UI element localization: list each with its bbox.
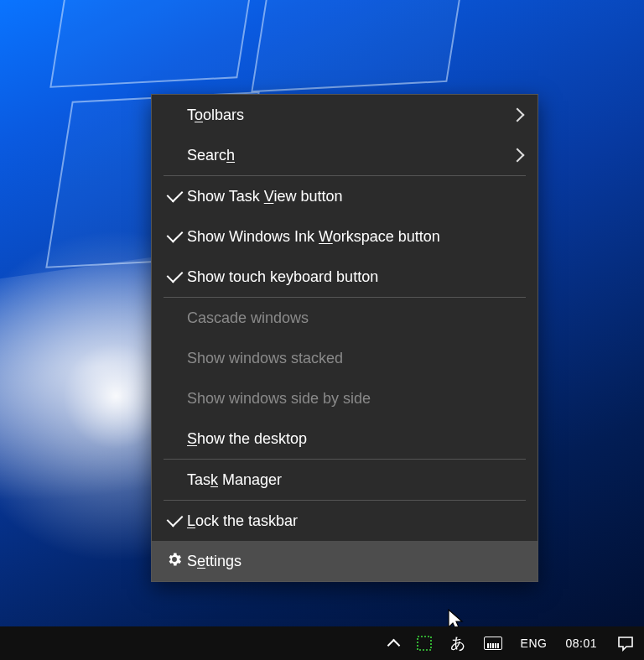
keyboard-icon (484, 637, 502, 650)
menu-item-label: Show windows stacked (187, 350, 522, 367)
menu-item-sidebyside: Show windows side by side (152, 378, 538, 418)
tray-app-icon[interactable] (413, 626, 435, 660)
wallpaper-pane (49, 0, 264, 88)
svg-rect-0 (418, 637, 431, 650)
check-icon (166, 510, 183, 527)
menu-item-label: Show Windows Ink Workspace button (187, 228, 522, 246)
system-tray: あ ENG 08:01 (386, 626, 639, 660)
menu-item-label: Lock the taskbar (187, 512, 522, 530)
menu-item-label: Show the desktop (187, 430, 522, 448)
menu-item-search[interactable]: Search (152, 135, 538, 175)
notification-icon (617, 635, 634, 652)
menu-item-lock[interactable]: Lock the taskbar (152, 501, 538, 541)
menu-item-label: Search (187, 147, 507, 164)
menu-item-settings[interactable]: Settings (152, 541, 538, 581)
check-icon (166, 185, 183, 202)
menu-item-showdesktop[interactable]: Show the desktop (152, 418, 538, 459)
taskbar[interactable]: あ ENG 08:01 (0, 626, 644, 660)
tray-overflow-button[interactable] (386, 626, 402, 660)
check-icon (166, 266, 183, 283)
menu-item-stacked: Show windows stacked (152, 338, 538, 378)
menu-item-label: Settings (187, 553, 522, 570)
language-indicator[interactable]: ENG (517, 626, 551, 660)
chevron-right-icon (507, 107, 522, 124)
menu-item-ink[interactable]: Show Windows Ink Workspace button (152, 216, 538, 257)
menu-item-cascade: Cascade windows (152, 298, 538, 338)
action-center-button[interactable] (612, 626, 639, 660)
clock[interactable]: 08:01 (562, 626, 600, 660)
dotted-square-icon (417, 636, 432, 651)
menu-item-toolbars[interactable]: Toolbars (152, 95, 538, 135)
menu-item-taskmgr[interactable]: Task Manager (152, 460, 538, 500)
menu-item-label: Show windows side by side (187, 390, 522, 408)
gear-icon (166, 551, 183, 572)
ime-indicator[interactable]: あ (447, 626, 469, 660)
menu-item-taskview[interactable]: Show Task View button (152, 176, 538, 216)
check-icon (166, 226, 183, 242)
menu-item-label: Toolbars (187, 107, 507, 124)
wallpaper-pane (251, 0, 474, 92)
menu-item-label: Show Task View button (187, 188, 522, 205)
menu-item-label: Task Manager (187, 471, 522, 489)
chevron-right-icon (507, 147, 522, 164)
touch-keyboard-button[interactable] (480, 626, 506, 660)
menu-item-label: Show touch keyboard button (187, 268, 522, 286)
chevron-up-icon (387, 638, 400, 652)
menu-item-label: Cascade windows (187, 309, 522, 327)
menu-item-touchkb[interactable]: Show touch keyboard button (152, 257, 538, 297)
taskbar-context-menu: ToolbarsSearchShow Task View buttonShow … (151, 94, 538, 582)
